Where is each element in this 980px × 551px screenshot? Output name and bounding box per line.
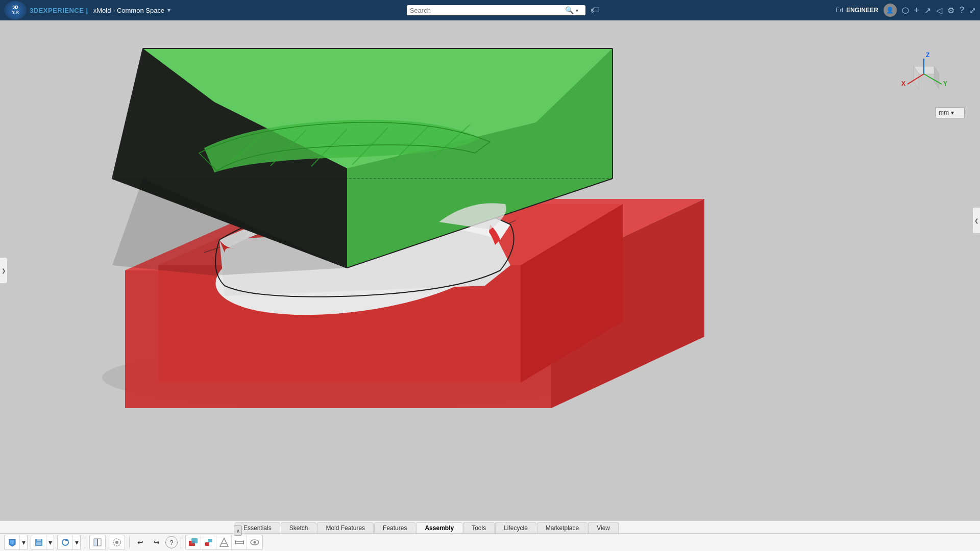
- user-role: ENGINEER: [846, 7, 878, 14]
- user-info: Ed ENGINEER: [836, 7, 878, 14]
- settings-tool-group: [109, 535, 125, 550]
- tool-separator-1: [85, 536, 85, 548]
- tab-features[interactable]: Features: [374, 522, 415, 533]
- explode-button[interactable]: [201, 535, 216, 549]
- chevron-right-icon: ❯: [2, 268, 6, 273]
- search-input[interactable]: [410, 7, 563, 14]
- svg-text:Z: Z: [926, 52, 929, 59]
- tool-separator-3: [181, 536, 181, 548]
- save-button[interactable]: [31, 535, 46, 549]
- bottom-toolbar: Essentials Sketch Mold Features Features…: [0, 520, 980, 551]
- search-container: 🔍 ▾: [407, 5, 585, 15]
- collapse-icon: ∧: [236, 528, 240, 534]
- part-tool-group: [89, 535, 106, 550]
- svg-point-54: [115, 541, 118, 544]
- tools-row: ▾ ▾ ▾ ↩ ↪ ?: [0, 533, 980, 551]
- svg-rect-59: [208, 539, 212, 542]
- refresh-tool-group: ▾: [57, 535, 81, 550]
- svg-text:X: X: [901, 80, 905, 87]
- svg-marker-37: [934, 66, 939, 89]
- workspace-dropdown-icon[interactable]: ▾: [167, 7, 170, 14]
- tool-separator-2: [129, 536, 130, 548]
- right-panel-handle[interactable]: ❮: [973, 208, 980, 233]
- user-role-prefix: Ed: [836, 7, 843, 14]
- tab-mold-features[interactable]: Mold Features: [317, 522, 374, 533]
- insert-dropdown[interactable]: ▾: [20, 535, 27, 549]
- help-icon[interactable]: ?: [960, 6, 964, 15]
- chevron-left-icon: ❮: [974, 218, 978, 223]
- measure-button[interactable]: [232, 535, 247, 549]
- workspace-label[interactable]: xMold - Common Space: [93, 7, 164, 14]
- save-tool-group: ▾: [31, 535, 54, 550]
- tab-sketch[interactable]: Sketch: [281, 522, 317, 533]
- tab-lifecycle[interactable]: Lifecycle: [495, 522, 536, 533]
- svg-rect-47: [37, 539, 41, 541]
- settings-icon[interactable]: ⚙: [947, 6, 954, 15]
- section-button[interactable]: [216, 535, 232, 549]
- axis-svg: Z Y X: [898, 51, 949, 102]
- topbar: 3D Y,R 3DEXPERIENCE | xMold - Common Spa…: [0, 0, 980, 20]
- assembly-tools-group: [185, 535, 263, 550]
- user-avatar[interactable]: 👤: [884, 4, 897, 17]
- 3d-scene: [0, 20, 980, 520]
- svg-rect-48: [36, 542, 41, 545]
- undo-button[interactable]: ↩: [133, 535, 148, 549]
- insert-button[interactable]: [5, 535, 20, 549]
- insert-component-button[interactable]: [186, 535, 201, 549]
- redo-button[interactable]: ↪: [149, 535, 164, 549]
- svg-rect-58: [205, 542, 209, 546]
- units-dropdown-arrow: ▾: [951, 109, 954, 116]
- refresh-dropdown[interactable]: ▾: [73, 535, 80, 549]
- tab-view[interactable]: View: [588, 522, 619, 533]
- save-dropdown[interactable]: ▾: [46, 535, 54, 549]
- units-dropdown[interactable]: mm ▾: [935, 107, 965, 118]
- visibility-button[interactable]: [247, 535, 262, 549]
- tab-marketplace[interactable]: Marketplace: [537, 522, 587, 533]
- left-panel-handle[interactable]: ❯: [0, 258, 7, 283]
- units-label: mm: [939, 109, 949, 116]
- svg-rect-63: [235, 541, 243, 543]
- tabs-row: Essentials Sketch Mold Features Features…: [0, 521, 980, 533]
- svg-text:Y: Y: [943, 80, 947, 87]
- maximize-icon[interactable]: ⤢: [969, 6, 976, 15]
- broadcast-icon[interactable]: ◁: [936, 6, 942, 15]
- refresh-button[interactable]: [58, 535, 73, 549]
- tab-tools[interactable]: Tools: [463, 522, 495, 533]
- help-button[interactable]: ?: [165, 536, 178, 548]
- navigation-icon[interactable]: ⬡: [902, 6, 909, 15]
- svg-rect-52: [94, 539, 97, 546]
- search-dropdown-icon[interactable]: ▾: [576, 8, 578, 13]
- settings-button[interactable]: [109, 535, 125, 549]
- axis-indicator: Z Y X: [898, 51, 949, 102]
- svg-marker-61: [220, 538, 228, 546]
- compass-logo[interactable]: 3D Y,R: [4, 1, 27, 19]
- tab-assembly[interactable]: Assembly: [416, 522, 462, 533]
- logo-yr: Y,R: [12, 10, 19, 15]
- insert-tool-group: ▾: [4, 535, 28, 550]
- brand-text: 3DEXPERIENCE |: [30, 7, 88, 14]
- share-icon[interactable]: ↗: [924, 6, 931, 15]
- add-icon[interactable]: +: [914, 5, 920, 16]
- right-icons: Ed ENGINEER 👤 ⬡ + ↗ ◁ ⚙ ? ⤢: [836, 4, 976, 17]
- svg-point-67: [254, 541, 256, 544]
- toolbar-collapse-button[interactable]: ∧: [234, 525, 242, 536]
- bookmark-icon[interactable]: 🏷: [591, 5, 600, 16]
- section-view-button[interactable]: [90, 535, 105, 549]
- viewport: ❯ Z Y X mm ▾: [0, 20, 980, 520]
- svg-rect-57: [191, 538, 198, 543]
- search-icon[interactable]: 🔍: [565, 6, 574, 14]
